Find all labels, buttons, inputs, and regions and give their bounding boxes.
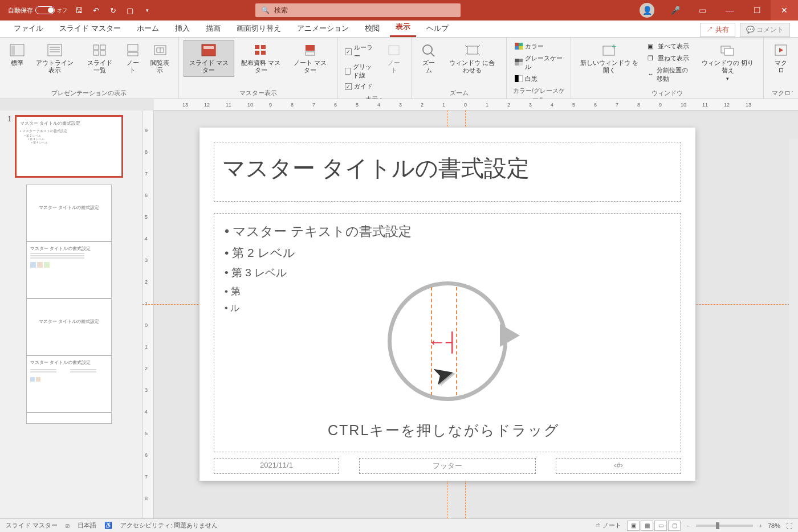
maximize-button[interactable]: ☐ (743, 0, 771, 21)
group-label: ズーム (416, 88, 502, 97)
status-right: ≐ ノート ▣ ▦ ▭ ▢ − + 78% ⛶ (596, 521, 792, 531)
date-placeholder[interactable]: 2021/11/1 (214, 458, 339, 474)
switch-window-button[interactable]: ウィンドウの 切り替え▾ (697, 40, 759, 84)
notes-master-button[interactable]: ノート マスター (287, 40, 333, 77)
horizontal-ruler[interactable]: 13121110987654321012345678910111213 (154, 99, 798, 111)
gridlines-checkbox[interactable]: グリッド線 (345, 62, 378, 81)
group-window: +新しいウィンドウ を開く ▣並べて表示 ❐重ねて表示 ↔分割位置の移動 ウィン… (571, 38, 764, 99)
layout-thumbnail-4[interactable]: マスター タイトルの書式設定 (26, 355, 112, 412)
svg-rect-10 (100, 51, 105, 55)
svg-marker-41 (779, 48, 783, 52)
user-avatar[interactable]: 👤 (640, 3, 654, 18)
grayscale-button[interactable]: グレースケール (512, 53, 565, 72)
slide-master-button[interactable]: スライド マスター (184, 40, 234, 77)
sorter-view-icon[interactable]: ▦ (641, 521, 653, 531)
collapse-ribbon-icon[interactable]: ˆ (791, 91, 793, 97)
tab-review[interactable]: 校閲 (359, 20, 385, 37)
zoom-slider[interactable] (696, 525, 753, 527)
svg-rect-16 (255, 45, 259, 49)
fit-to-window-icon[interactable]: ⛶ (786, 522, 792, 529)
reading-view-icon[interactable]: ▭ (654, 521, 667, 531)
normal-view-icon[interactable]: ▣ (627, 521, 640, 531)
new-window-button[interactable]: +新しいウィンドウ を開く (576, 40, 643, 77)
move-split-button[interactable]: ↔分割位置の移動 (645, 65, 694, 84)
guides-checkbox[interactable]: ✓ガイド (345, 81, 378, 92)
notes-toggle[interactable]: ≐ ノート (596, 521, 621, 530)
mic-icon[interactable]: 🎤 (661, 0, 689, 21)
ruler-tick: 8 (291, 102, 294, 108)
outline-view-button[interactable]: アウトライン 表示 (31, 40, 79, 77)
bw-button[interactable]: 白黒 (512, 73, 565, 84)
svg-rect-7 (93, 45, 99, 50)
ruler-tick: 2 (507, 102, 510, 108)
tabs-right: ↗ 共有 💬 コメント (700, 23, 790, 37)
layout-thumbnail-2[interactable]: マスター タイトルの書式設定 (26, 242, 112, 298)
layout-thumbnail-3[interactable]: マスター タイトルの書式設定 (26, 298, 112, 355)
new-window-icon: + (601, 43, 617, 58)
tutorial-pointer (500, 324, 520, 347)
page-number-placeholder[interactable]: ‹#› (556, 458, 681, 474)
minimize-button[interactable]: — (716, 0, 743, 21)
zoom-in-button[interactable]: + (759, 522, 762, 529)
autosave-toggle[interactable]: 自動保存 オフ (8, 6, 67, 15)
accessibility-icon[interactable]: ♿ (104, 522, 112, 529)
vertical-ruler[interactable]: 987654321012345678 (142, 111, 154, 518)
zoom-level[interactable]: 78% (768, 522, 780, 529)
redo-icon[interactable]: ↻ (107, 5, 119, 16)
tab-file[interactable]: ファイル (8, 20, 49, 37)
tab-view[interactable]: 表示 (390, 18, 416, 37)
macro-button[interactable]: マクロ (768, 40, 793, 77)
switch-icon (720, 43, 736, 58)
arrange-all-button[interactable]: ▣並べて表示 (645, 41, 694, 52)
tab-transitions[interactable]: 画面切り替え (231, 20, 287, 37)
notes-button[interactable]: ノー ト (381, 40, 406, 77)
status-accessibility[interactable]: アクセシビリティ: 問題ありません (120, 521, 218, 530)
ruler-tick: 1 (486, 102, 488, 108)
vruler-tick: 3 (145, 257, 148, 263)
qat-customize-icon[interactable]: ▾ (141, 5, 153, 16)
ruler-tick: 9 (659, 102, 662, 108)
notes-page-button[interactable]: ノー ト (120, 40, 145, 77)
undo-icon[interactable]: ↶ (90, 5, 101, 16)
svg-rect-2 (16, 46, 23, 55)
footer-placeholder[interactable]: フッター (359, 458, 536, 474)
toggle-icon (35, 6, 55, 14)
tab-help[interactable]: ヘルプ (421, 20, 454, 37)
cascade-button[interactable]: ❐重ねて表示 (645, 53, 694, 64)
svg-rect-33 (519, 62, 523, 66)
handout-master-button[interactable]: 配布資料 マスター (235, 40, 286, 77)
normal-view-button[interactable]: 標準 (5, 40, 30, 69)
share-button[interactable]: ↗ 共有 (700, 23, 735, 37)
thumbnail-pane[interactable]: 1 マスター タイトルの書式設定 • マスター テキストの書式設定 • 第 2 … (0, 111, 142, 518)
tab-home[interactable]: ホーム (131, 20, 165, 37)
lang-icon[interactable]: ⎚ (66, 522, 70, 529)
fit-window-button[interactable]: ウィンドウ に合わせる (442, 40, 502, 77)
svg-rect-22 (389, 46, 399, 55)
zoom-out-button[interactable]: − (686, 522, 690, 529)
status-lang[interactable]: 日本語 (78, 521, 96, 530)
vruler-tick: 8 (145, 149, 148, 155)
comment-button[interactable]: 💬 コメント (740, 23, 790, 37)
search-box[interactable]: 🔍 検索 (255, 3, 461, 17)
vertical-scrollbar[interactable] (789, 139, 798, 518)
close-button[interactable]: ✕ (771, 0, 798, 21)
ruler-checkbox[interactable]: ✓ルーラー (345, 42, 378, 62)
slideshow-view-icon[interactable]: ▢ (668, 521, 681, 531)
master-thumbnail[interactable]: マスター タイトルの書式設定 • マスター テキストの書式設定 • 第 2 レベ… (15, 115, 123, 178)
slideshow-icon[interactable]: ▢ (124, 5, 136, 16)
tab-animations[interactable]: アニメーション (291, 20, 355, 37)
title-placeholder[interactable]: マスター タイトルの書式設定 (214, 142, 681, 202)
tab-insert[interactable]: 挿入 (169, 20, 196, 37)
reading-view-button[interactable]: 閲覧表示 (146, 40, 174, 77)
layout-thumbnail-5[interactable] (26, 412, 112, 424)
zoom-button[interactable]: ズーム (416, 40, 441, 77)
canvas-area[interactable]: 987654321012345678 マスター タイトルの書式設定 マスター テ… (142, 111, 798, 518)
ribbon-mode-icon[interactable]: ▭ (689, 0, 716, 21)
layout-thumbnail-1[interactable]: マスター タイトルの書式設定 (26, 185, 112, 242)
save-icon[interactable]: 🖫 (73, 5, 84, 16)
slide-sorter-button[interactable]: スライド 一覧 (80, 40, 119, 77)
tab-draw[interactable]: 描画 (200, 20, 226, 37)
color-button[interactable]: カラー (512, 41, 565, 52)
master-thumb-row: 1 マスター タイトルの書式設定 • マスター テキストの書式設定 • 第 2 … (3, 115, 139, 178)
tab-slide-master[interactable]: スライド マスター (54, 20, 127, 37)
